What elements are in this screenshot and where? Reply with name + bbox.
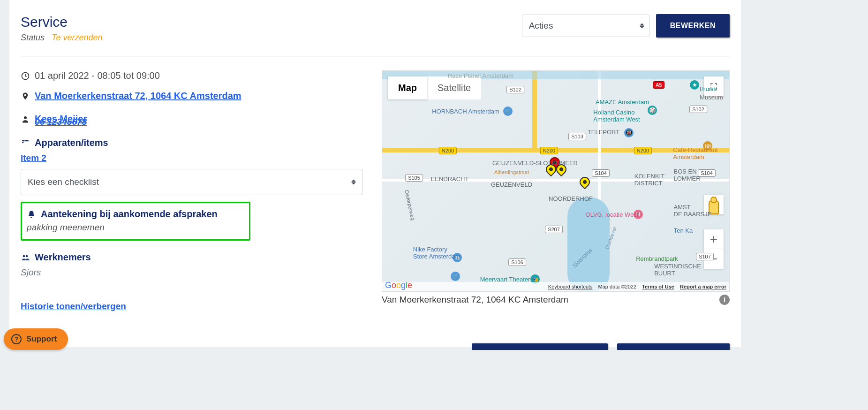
status-label: Status (21, 33, 45, 42)
support-label: Support (26, 334, 57, 344)
map-label: OLVG, locatie West (586, 211, 639, 218)
map-label: HORNBACH Amsterdam (432, 108, 499, 115)
employees-title-text: Werknemers (35, 252, 91, 263)
map-label: Race Planet Amsterdam (448, 72, 513, 79)
svg-point-2 (23, 255, 25, 257)
map-label: Nike Factory Store Amsterdam (413, 246, 460, 260)
road-shield: S105 (405, 174, 423, 182)
tools-icon (21, 138, 30, 148)
poi-icon: ★ (690, 80, 699, 90)
road-shield: S107 (696, 253, 714, 260)
road-shield: A5 (653, 81, 664, 89)
map-type-satellite[interactable]: Satellite (427, 76, 481, 99)
address-link[interactable]: Van Moerkerkenstraat 72, 1064 KC Amsterd… (35, 91, 242, 101)
map-caption-text: Van Moerkerkenstraat 72, 1064 KC Amsterd… (382, 295, 568, 305)
datetime-text: 01 april 2022 - 08:05 tot 09:00 (35, 70, 160, 81)
poi-icon: 🎲 (648, 106, 657, 115)
map-label: BOS EN LOMMER (673, 168, 700, 182)
road-shield: N200 (439, 147, 457, 154)
map-label: GEUZENVELD (491, 181, 532, 188)
map-type-switch: Map Satellite (388, 76, 481, 99)
map[interactable]: Map Satellite + − (382, 70, 730, 292)
map-column: Map Satellite + − (382, 70, 730, 311)
road-shield: S106 (508, 258, 526, 266)
poi-icon: 🛒 (451, 272, 460, 281)
header-actions: Acties BEWERKEN (522, 14, 730, 38)
report-error-link[interactable]: Report a map error (680, 284, 726, 289)
map-label: Café-Restaurant Amsterdam (673, 146, 717, 160)
bottom-button-1[interactable] (472, 343, 608, 350)
edit-button[interactable]: BEWERKEN (656, 14, 730, 38)
map-label: TELEPORT (588, 129, 619, 136)
map-label: AMST DE BAARSJE (674, 204, 712, 218)
header-row: Service Status Te verzenden Acties BEWER… (21, 14, 730, 43)
employees-value: Sjors (21, 267, 363, 278)
details-column: 01 april 2022 - 08:05 tot 09:00 Van Moer… (21, 70, 363, 311)
terms-link[interactable]: Terms of Use (642, 284, 674, 289)
note-title-row: Aantekening bij aankomende afspraken (27, 209, 244, 220)
devices-title: Apparaten/items (21, 137, 363, 148)
bell-icon (27, 210, 36, 219)
support-button[interactable]: ? Support (4, 328, 68, 350)
road-shield: S207 (545, 226, 563, 233)
map-data-text: Map data ©2022 (598, 284, 637, 289)
map-caption-row: Van Moerkerkenstraat 72, 1064 KC Amsterd… (382, 295, 730, 305)
bottom-button-2[interactable] (617, 343, 730, 350)
map-marker[interactable] (580, 177, 592, 189)
header-left: Service Status Te verzenden (21, 14, 103, 43)
road-shield: S102 (506, 86, 524, 93)
employees-title: Werknemers (21, 252, 363, 263)
map-label: GEUZENVELD-SLOTERMEER (492, 159, 578, 167)
clock-icon (21, 71, 30, 81)
actions-select[interactable]: Acties (522, 15, 649, 37)
google-logo: Google (385, 281, 412, 290)
divider (21, 56, 730, 56)
map-label: WESTINDISCHE BUURT (654, 263, 701, 277)
map-label: NOORDERHOF (549, 195, 593, 202)
map-zoom-controls: + − (704, 229, 724, 269)
devices-title-text: Apparaten/items (35, 137, 108, 148)
svg-point-1 (24, 116, 27, 119)
road-shield: S103 (568, 133, 586, 140)
road-shield: S104 (592, 169, 610, 177)
history-toggle-link[interactable]: Historie tonen/verbergen (21, 301, 126, 311)
actions-select-label: Acties (529, 21, 553, 31)
caret-icon (640, 23, 644, 29)
road-shield: S104 (698, 169, 716, 177)
caret-icon (351, 180, 356, 185)
item-link[interactable]: Item 2 (21, 153, 363, 163)
poi-icon: 🚇 (624, 128, 634, 137)
map-label: KOLENKIT DISTRICT (634, 173, 664, 187)
map-label: EENDRACHT (431, 175, 469, 182)
address-row: Van Moerkerkenstraat 72, 1064 KC Amsterd… (21, 91, 363, 101)
info-icon[interactable]: i (719, 295, 730, 305)
checklist-placeholder: Kies een checklist (28, 177, 99, 187)
poi-icon: 🛒 (503, 106, 513, 116)
road-shield: S102 (689, 106, 707, 113)
keyboard-shortcuts-link[interactable]: Keyboard shortcuts (548, 284, 593, 289)
note-title-text: Aantekening bij aankomende afspraken (41, 209, 218, 220)
page-title: Service (21, 14, 103, 30)
map-label: Ten Ka (674, 227, 693, 234)
status-value: Te verzenden (52, 33, 102, 42)
road-shield: N200 (540, 147, 558, 154)
map-label: Holland Casino Amsterdam West (593, 109, 640, 123)
status-line: Status Te verzenden (21, 33, 103, 43)
users-icon (21, 253, 30, 262)
map-label: Osdorperweg (404, 189, 415, 220)
svg-point-3 (26, 255, 28, 257)
datetime-row: 01 april 2022 - 08:05 tot 09:00 (21, 70, 363, 81)
map-attribution: Google Keyboard shortcuts Map data ©2022… (382, 282, 729, 291)
checklist-select[interactable]: Kies een checklist (21, 169, 363, 195)
bottom-buttons (472, 343, 730, 350)
road-shield: N200 (634, 147, 652, 154)
map-label: Museum (700, 94, 723, 101)
map-label: AMAZE Amsterdam (596, 99, 649, 106)
map-label: Thuisb (698, 85, 717, 92)
map-type-map[interactable]: Map (388, 76, 427, 99)
map-pin-icon (21, 91, 30, 101)
map-zoom-in[interactable]: + (704, 229, 724, 249)
user-icon (21, 114, 30, 124)
contact-phone-link[interactable]: 06 12345678 (35, 117, 363, 127)
map-label: Alberdingstraat (494, 169, 529, 175)
